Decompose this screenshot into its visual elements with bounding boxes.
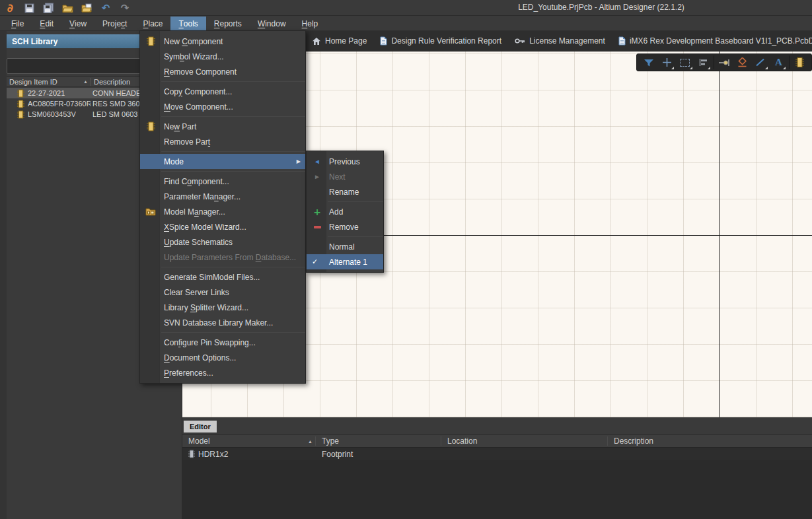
text-icon: A bbox=[775, 57, 782, 68]
key-icon bbox=[515, 38, 525, 44]
menu-separator bbox=[161, 81, 305, 82]
undo-icon: ↶ bbox=[102, 2, 110, 14]
tab-home-page[interactable]: Home Page bbox=[305, 31, 373, 51]
tab-license-management[interactable]: License Management bbox=[508, 31, 612, 51]
menu-item-update-schematics[interactable]: Update Schematics bbox=[140, 234, 305, 250]
menu-item-symbol-wizard[interactable]: Symbol Wizard... bbox=[140, 49, 305, 64]
menu-item-xspice-model-wizard[interactable]: XSpice Model Wizard... bbox=[140, 219, 305, 234]
menu-window[interactable]: Window bbox=[250, 17, 294, 30]
redo-icon: ↷ bbox=[121, 2, 129, 14]
title-bar: ∂ ↶ ↷ LED_Youtube.PrjPcb - Altium Design… bbox=[0, 0, 812, 16]
align-button[interactable] bbox=[695, 55, 711, 70]
altium-logo-icon[interactable]: ∂ bbox=[3, 1, 17, 15]
save-button[interactable] bbox=[22, 1, 36, 15]
canvas-utilities-toolbar: A bbox=[636, 53, 812, 71]
submenu-item-normal[interactable]: Normal bbox=[307, 239, 383, 254]
menu-separator bbox=[161, 151, 305, 152]
menu-item-model-manager[interactable]: Model Manager... bbox=[140, 204, 305, 219]
save-all-button[interactable] bbox=[41, 1, 55, 15]
menu-reports[interactable]: Reports bbox=[206, 17, 250, 30]
place-line-button[interactable] bbox=[753, 55, 768, 70]
menu-tools[interactable]: Tools bbox=[170, 17, 205, 30]
menu-item-generate-simmodel-files[interactable]: Generate SimModel Files... bbox=[140, 269, 305, 285]
cursor-cross-icon bbox=[661, 57, 673, 68]
document-icon bbox=[380, 36, 387, 46]
menu-file[interactable]: File bbox=[3, 17, 32, 30]
menu-item-preferences[interactable]: Preferences... bbox=[140, 365, 305, 380]
column-model: Model▲ bbox=[182, 436, 316, 446]
part-icon bbox=[795, 57, 804, 68]
open-folder-icon bbox=[62, 4, 73, 13]
save-icon bbox=[24, 3, 34, 13]
menu-separator bbox=[161, 267, 305, 267]
menu-item-copy-component[interactable]: Copy Component... bbox=[140, 84, 305, 99]
menu-item-remove-part[interactable]: Remove Part bbox=[140, 134, 305, 149]
sort-asc-icon: ▲ bbox=[308, 439, 313, 444]
submenu-arrow-icon: ▶ bbox=[297, 158, 301, 164]
filter-button[interactable] bbox=[641, 55, 657, 70]
submenu-item-previous[interactable]: ◄ Previous bbox=[307, 154, 383, 169]
menu-item-find-component[interactable]: Find Component... bbox=[140, 174, 305, 189]
window-title: LED_Youtube.PrjPcb - Altium Designer (22… bbox=[462, 3, 740, 12]
submenu-item-rename[interactable]: Rename bbox=[307, 184, 383, 199]
model-row[interactable]: HDR1x2 Footprint bbox=[182, 448, 812, 460]
place-pin-button[interactable] bbox=[716, 55, 732, 70]
minus-icon bbox=[311, 226, 324, 228]
crosshair-vertical-line bbox=[720, 52, 720, 417]
submenu-item-add[interactable]: + Add bbox=[307, 204, 383, 219]
filter-icon bbox=[644, 59, 654, 67]
models-table-header[interactable]: Model▲ Type Location Description bbox=[182, 434, 812, 448]
menu-item-document-options[interactable]: Document Options... bbox=[140, 350, 305, 365]
place-part-button[interactable] bbox=[792, 55, 807, 70]
selection-cursor-button[interactable] bbox=[659, 55, 675, 70]
open-button[interactable] bbox=[60, 1, 75, 15]
next-arrow-icon: ► bbox=[311, 173, 324, 180]
plus-icon: + bbox=[311, 207, 324, 217]
menu-item-move-component[interactable]: Move Component... bbox=[140, 99, 305, 114]
menu-item-new-part[interactable]: New Part bbox=[140, 119, 305, 134]
open-document-button[interactable] bbox=[79, 1, 94, 15]
menu-place[interactable]: Place bbox=[135, 17, 170, 30]
menu-item-mode[interactable]: Mode ▶ bbox=[140, 154, 305, 169]
undo-button[interactable]: ↶ bbox=[98, 1, 113, 15]
model-type: Footprint bbox=[322, 450, 353, 459]
model-manager-icon bbox=[144, 207, 157, 216]
select-area-icon bbox=[680, 59, 690, 67]
tab-imx6-rex-pcbdoc[interactable]: iMX6 Rex Development Baseboard V1I1_PCB.… bbox=[612, 31, 812, 51]
submenu-item-remove[interactable]: Remove bbox=[307, 219, 383, 234]
select-area-button[interactable] bbox=[677, 55, 693, 70]
menu-item-svn-database-library-maker[interactable]: SVN Database Library Maker... bbox=[140, 315, 305, 330]
tools-dropdown-menu: New Component Symbol Wizard... Remove Co… bbox=[139, 30, 306, 384]
checkmark-icon: ✓ bbox=[312, 258, 318, 266]
column-type: Type bbox=[316, 436, 441, 446]
tab-design-rule-verification-report[interactable]: Design Rule Verification Report bbox=[373, 31, 508, 51]
editor-tab[interactable]: Editor bbox=[184, 421, 217, 433]
column-design-item-id[interactable]: Design Item ID bbox=[9, 78, 57, 86]
place-text-button[interactable]: A bbox=[770, 55, 786, 70]
item-description: LED SM 0603 3 bbox=[92, 110, 144, 118]
component-icon bbox=[17, 100, 28, 108]
menu-bar: File Edit View Project Place Tools Repor… bbox=[0, 17, 812, 31]
component-icon bbox=[17, 110, 28, 119]
submenu-item-alternate-1[interactable]: ✓ Alternate 1 bbox=[307, 254, 383, 269]
menu-item-new-component[interactable]: New Component bbox=[140, 34, 305, 49]
open-document-icon bbox=[81, 3, 92, 13]
menu-edit[interactable]: Edit bbox=[32, 17, 61, 30]
toolbar-separator bbox=[789, 55, 790, 69]
menu-item-parameter-manager[interactable]: Parameter Manager... bbox=[140, 189, 305, 204]
menu-item-configure-pin-swapping[interactable]: Configure Pin Swapping... bbox=[140, 335, 305, 350]
menu-item-clear-server-links[interactable]: Clear Server Links bbox=[140, 285, 305, 300]
item-description: RES SMD 360 bbox=[92, 100, 140, 108]
column-location: Location bbox=[441, 436, 608, 446]
menu-item-update-parameters-from-database: Update Parameters From Database... bbox=[140, 250, 305, 265]
no-erc-button[interactable] bbox=[734, 55, 750, 70]
altium-designer-window: ∂ ↶ ↷ LED_Youtube.PrjPcb - Altium Design… bbox=[0, 0, 812, 519]
model-name: HDR1x2 bbox=[198, 450, 228, 459]
menu-help[interactable]: Help bbox=[294, 17, 326, 30]
footprint-icon bbox=[188, 450, 195, 458]
menu-project[interactable]: Project bbox=[94, 17, 135, 30]
redo-button[interactable]: ↷ bbox=[118, 1, 132, 15]
menu-item-library-splitter-wizard[interactable]: Library Splitter Wizard... bbox=[140, 300, 305, 315]
menu-view[interactable]: View bbox=[61, 17, 94, 30]
menu-item-remove-component[interactable]: Remove Component bbox=[140, 64, 305, 79]
